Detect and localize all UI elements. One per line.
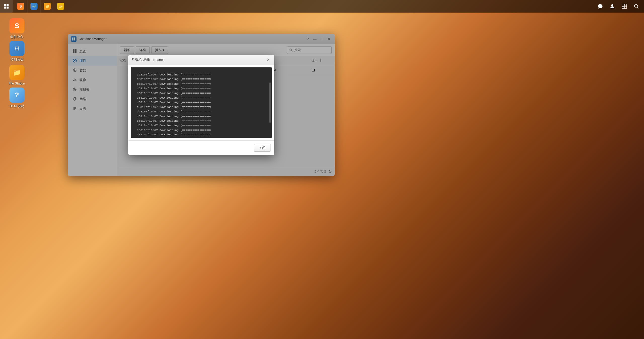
- desktop-icon-file-station[interactable]: 📁 File Station: [6, 63, 28, 88]
- terminal-modal: 终端机: 构建 · btpanel ✕ d5810af10d67 Downloa…: [128, 55, 274, 155]
- terminal-line: d5810af10d67 Downloading [==============…: [137, 123, 266, 128]
- windows-icon[interactable]: [619, 1, 629, 11]
- terminal-output: d5810af10d67 Downloading [==============…: [133, 70, 269, 135]
- desktop: S 🐳 📁 📂: [0, 0, 644, 339]
- chat-icon[interactable]: [595, 1, 605, 11]
- terminal-line: d5810af10d67 Downloading [==============…: [137, 86, 266, 91]
- terminal-scroll[interactable]: d5810af10d67 Downloading [==============…: [133, 70, 269, 135]
- svg-rect-6: [625, 4, 627, 6]
- taskbar-app-folder[interactable]: 📂: [54, 0, 67, 13]
- terminal-line: d5810af10d67 Downloading [==============…: [137, 91, 266, 96]
- desktop-icon-label-file-station: File Station: [9, 81, 25, 86]
- terminal-line: d5810af10d67 Downloading [==============…: [137, 109, 266, 114]
- terminal-line: d5810af10d67 Downloading [==============…: [137, 96, 266, 100]
- taskbar-app-package-center[interactable]: S: [14, 0, 27, 13]
- terminal-close-x-button[interactable]: ✕: [265, 57, 271, 63]
- terminal-scrollbar[interactable]: [269, 82, 271, 123]
- taskbar-app-container-manager[interactable]: 🐳: [27, 0, 41, 13]
- taskbar-grid-button[interactable]: [0, 0, 13, 13]
- terminal-line: d5810af10d67 Downloading [==============…: [137, 105, 266, 109]
- svg-line-10: [637, 7, 639, 9]
- desktop-icon-control-panel[interactable]: ⚙ 控制面板: [6, 39, 28, 64]
- terminal-line: d5810af10d67 Downloading [==============…: [137, 114, 266, 119]
- terminal-title: 终端机: 构建 · btpanel: [132, 58, 164, 62]
- terminal-container: d5810af10d67 Downloading [==============…: [131, 67, 272, 138]
- svg-rect-2: [4, 7, 6, 9]
- container-manager-window: Container Manager ? — □ ✕: [68, 34, 335, 176]
- taskbar-app-file-manager[interactable]: 📁: [41, 0, 54, 13]
- svg-point-9: [634, 4, 637, 7]
- terminal-footer: 关闭: [128, 140, 274, 155]
- desktop-icon-label-package-center: 套件中心: [10, 35, 23, 39]
- terminal-line: d5810af10d67 Downloading [==============…: [137, 119, 266, 123]
- svg-rect-5: [622, 4, 624, 6]
- user-icon[interactable]: [607, 1, 617, 11]
- terminal-line: d5810af10d67 Downloading [==============…: [137, 100, 266, 105]
- search-icon[interactable]: [631, 1, 641, 11]
- desktop-icon-package-center[interactable]: S 套件中心: [6, 16, 28, 41]
- svg-point-4: [611, 4, 613, 6]
- modal-overlay: 终端机: 构建 · btpanel ✕ d5810af10d67 Downloa…: [68, 34, 335, 176]
- taskbar: S 🐳 📁 📂: [0, 0, 644, 13]
- terminal-line: d5810af10d67 Downloading [==============…: [137, 128, 266, 133]
- taskbar-separator: [13, 3, 13, 10]
- terminal-line: d5810af10d67 Downloading [==============…: [137, 77, 266, 81]
- taskbar-right: [595, 1, 644, 11]
- svg-rect-0: [4, 4, 6, 6]
- terminal-line: d5810af10d67 Downloading [==============…: [137, 82, 266, 86]
- terminal-line: d5810af10d67 Downloading [==============…: [137, 133, 266, 135]
- svg-rect-3: [7, 7, 9, 9]
- close-action-button[interactable]: 关闭: [254, 144, 271, 152]
- desktop-icon-dsm-help[interactable]: ? DSM 说明: [6, 86, 28, 110]
- terminal-line: d5810af10d67 Downloading [==============…: [137, 72, 266, 77]
- svg-rect-7: [622, 7, 624, 9]
- svg-rect-8: [624, 6, 627, 9]
- terminal-titlebar: 终端机: 构建 · btpanel ✕: [128, 55, 274, 65]
- taskbar-left: S 🐳 📁 📂: [0, 0, 67, 13]
- desktop-icon-label-dsm-help: DSM 说明: [10, 104, 24, 108]
- desktop-icon-label-control-panel: 控制面板: [10, 58, 23, 62]
- svg-rect-1: [7, 4, 9, 6]
